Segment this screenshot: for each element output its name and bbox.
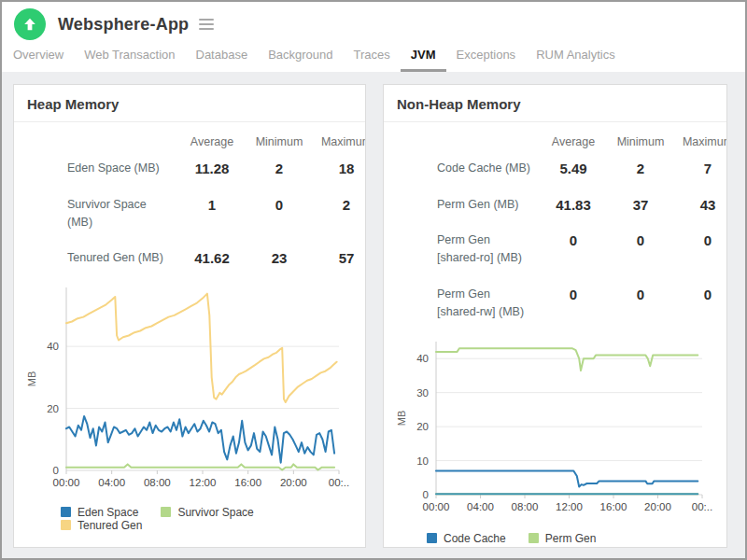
column-header-maximum: Maximum (313, 135, 366, 148)
column-header-maximum: Maximum (674, 135, 727, 148)
average-value: 11.28 (178, 160, 246, 178)
average-value: 5.49 (540, 160, 607, 178)
tab-traces[interactable]: Traces (344, 48, 401, 72)
legend-label: Tenured Gen (78, 519, 142, 532)
svg-text:16:00: 16:00 (234, 477, 261, 488)
tab-web-transaction[interactable]: Web Transaction (74, 48, 185, 72)
svg-text:16:00: 16:00 (600, 501, 627, 512)
table-row: Perm Gen [shared-rw] (MB) 0 0 0 (384, 276, 727, 330)
legend-item[interactable]: Perm Gen (529, 532, 597, 545)
column-header-average: Average (540, 135, 607, 148)
maximum-value: 2 (313, 196, 366, 215)
svg-text:08:00: 08:00 (144, 477, 171, 488)
tab-jvm[interactable]: JVM (401, 48, 446, 72)
minimum-value: 2 (246, 160, 313, 178)
maximum-value: 7 (674, 160, 727, 178)
row-label: Code Cache (MB) (384, 160, 540, 177)
maximum-value: 0 (674, 231, 727, 250)
survivor-space-swatch (161, 507, 171, 517)
menu-icon[interactable] (199, 19, 214, 30)
svg-text:00:00: 00:00 (53, 477, 80, 488)
svg-text:40: 40 (416, 353, 429, 364)
legend-item[interactable]: Survivor Space (161, 506, 253, 519)
average-value: 41.62 (178, 249, 246, 268)
svg-text:04:00: 04:00 (98, 477, 125, 488)
tab-database[interactable]: Database (186, 48, 259, 72)
heap-stats-table: Average Minimum Maximum Eden Space (MB) … (14, 122, 365, 276)
perm-gen-swatch (529, 533, 539, 543)
column-header-minimum: Minimum (246, 135, 313, 148)
svg-text:40: 40 (47, 341, 59, 352)
legend-item[interactable]: Code Cache (427, 532, 506, 545)
svg-text:MB: MB (26, 371, 37, 387)
svg-text:04:00: 04:00 (467, 501, 494, 512)
tab-rum-analytics[interactable]: RUM Analytics (526, 48, 626, 72)
table-header-row: Average Minimum Maximum (384, 130, 727, 150)
maximum-value: 57 (313, 249, 366, 268)
svg-text:20: 20 (47, 402, 59, 413)
nonheap-chart-legend: Code Cache Perm Gen Perm Gen [shared-ro]… (427, 532, 727, 549)
minimum-value: 37 (607, 196, 674, 215)
table-row: Code Cache (MB) 5.49 2 7 (384, 150, 727, 187)
svg-text:MB: MB (396, 410, 407, 426)
average-value: 1 (178, 196, 246, 215)
svg-text:20:00: 20:00 (644, 501, 671, 512)
heap-panel-title: Heap Memory (14, 85, 365, 122)
nonheap-memory-panel: Non-Heap Memory Average Minimum Maximum … (383, 84, 727, 548)
table-row: Survivor Space (MB) 1 0 2 (14, 187, 366, 241)
svg-text:12:00: 12:00 (190, 477, 217, 488)
nonheap-memory-chart[interactable]: 01020304000:0004:0008:0012:0016:0020:000… (393, 336, 726, 523)
table-row: Tenured Gen (MB) 41.62 23 57 (14, 240, 366, 276)
svg-text:00:..: 00:.. (692, 501, 712, 512)
tab-exceptions[interactable]: Exceptions (446, 48, 527, 72)
average-value: 0 (540, 231, 607, 250)
tab-overview[interactable]: Overview (13, 48, 74, 72)
row-label: Perm Gen [shared-rw] (MB) (384, 286, 540, 322)
svg-text:12:00: 12:00 (556, 501, 583, 512)
table-header-row: Average Minimum Maximum (14, 130, 366, 150)
app-status-icon (14, 8, 46, 40)
tab-background[interactable]: Background (258, 48, 343, 72)
minimum-value: 23 (246, 249, 313, 268)
code-cache-swatch (427, 533, 437, 543)
heap-chart-legend: Eden Space Survivor Space Tenured Gen (61, 506, 365, 532)
up-arrow-icon (21, 16, 38, 33)
svg-text:20:00: 20:00 (280, 477, 307, 488)
legend-label: Eden Space (78, 506, 138, 519)
heap-memory-chart[interactable]: 0204000:0004:0008:0012:0016:0020:0000:..… (23, 282, 365, 498)
page-title: Websphere-App (58, 15, 189, 35)
row-label: Eden Space (MB) (14, 160, 178, 177)
minimum-value: 0 (607, 286, 674, 304)
maximum-value: 0 (674, 286, 727, 304)
row-label: Survivor Space (MB) (14, 196, 178, 232)
app-header: Websphere-App (2, 2, 745, 47)
nonheap-stats-table: Average Minimum Maximum Code Cache (MB) … (384, 122, 726, 330)
svg-text:0: 0 (423, 489, 429, 500)
tenured-gen-swatch (61, 520, 71, 530)
svg-text:30: 30 (416, 386, 429, 398)
average-value: 0 (540, 286, 607, 304)
svg-text:08:00: 08:00 (512, 501, 539, 512)
svg-text:10: 10 (416, 455, 429, 466)
legend-item[interactable]: Tenured Gen (61, 519, 142, 532)
tab-bar: Overview Web Transaction Database Backgr… (2, 47, 745, 72)
svg-text:20: 20 (416, 421, 429, 432)
svg-text:00:00: 00:00 (423, 501, 450, 512)
legend-item[interactable]: Eden Space (61, 506, 138, 519)
table-row: Eden Space (MB) 11.28 2 18 (14, 150, 366, 187)
maximum-value: 18 (313, 160, 366, 178)
legend-label: Perm Gen (545, 532, 597, 545)
column-header-minimum: Minimum (607, 135, 674, 148)
average-value: 41.83 (540, 196, 607, 215)
svg-text:00:..: 00:.. (329, 477, 349, 488)
table-row: Perm Gen (MB) 41.83 37 43 (384, 187, 727, 223)
nonheap-panel-title: Non-Heap Memory (384, 85, 726, 122)
minimum-value: 0 (607, 231, 674, 250)
minimum-value: 2 (607, 160, 674, 178)
legend-label: Code Cache (444, 532, 506, 545)
row-label: Perm Gen [shared-ro] (MB) (384, 231, 540, 268)
minimum-value: 0 (246, 196, 313, 215)
table-row: Perm Gen [shared-ro] (MB) 0 0 0 (384, 222, 727, 276)
row-label: Tenured Gen (MB) (14, 249, 178, 267)
eden-space-swatch (61, 507, 71, 517)
